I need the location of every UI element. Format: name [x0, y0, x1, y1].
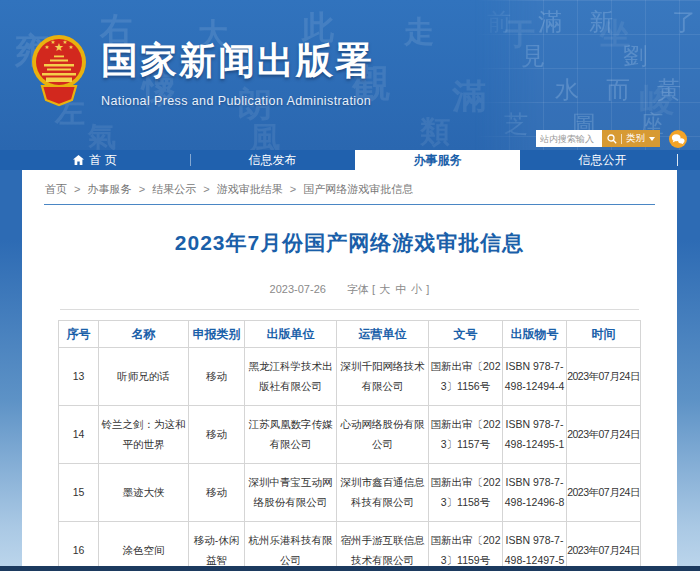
table-row: 15 墨迹大侠 移动 深圳中青宝互动网络股份有限公司 深圳市鑫百通信息科技有限公…: [59, 464, 641, 522]
search-icon: [607, 134, 617, 144]
home-icon: [73, 155, 84, 165]
cell-seq: 14: [59, 406, 99, 464]
seal-grid-decoration: 前見水新劉黃芝圖座而滿了: [475, 0, 700, 150]
brand: ★ ★ ★ ★ ★ 国家新闻出版署 National Press and Pub…: [30, 34, 374, 112]
cell-operator: 深圳市鑫百通信息科技有限公司: [337, 464, 429, 522]
cell-date: 2023年07月24日: [567, 464, 641, 522]
cell-category: 移动: [189, 406, 245, 464]
cell-doc-no: 国新出审〔2023〕1159号: [429, 522, 503, 567]
font-size-medium[interactable]: 中: [395, 283, 406, 295]
font-size-label: 字体: [347, 283, 369, 295]
watermark-character: 走: [404, 12, 434, 53]
font-size-small[interactable]: 小: [411, 283, 422, 295]
cell-date: 2023年07月24日: [567, 522, 641, 567]
cell-isbn: ISBN 978-7-498-12496-8: [503, 464, 567, 522]
breadcrumb-home[interactable]: 首页: [45, 183, 67, 195]
bracket-close: ]: [426, 283, 429, 295]
nav-home[interactable]: 首 页: [0, 150, 190, 170]
cell-isbn: ISBN 978-7-498-12495-1: [503, 406, 567, 464]
breadcrumb-separator: >: [290, 183, 296, 195]
watermark-character: 風: [250, 118, 280, 150]
watermark-character: 滿: [538, 6, 562, 38]
svg-text:★: ★: [45, 44, 50, 50]
cell-date: 2023年07月24日: [567, 348, 641, 406]
watermark-character: 類: [420, 112, 450, 150]
cell-category: 移动-休闲益智: [189, 522, 245, 567]
category-dropdown[interactable]: 类别: [626, 132, 645, 145]
table-top-divider: [60, 309, 639, 310]
cell-category: 移动: [189, 348, 245, 406]
breadcrumb-results[interactable]: 结果公示: [152, 183, 196, 195]
table-row: 14 铃兰之剑：为这和平的世界 移动 江苏凤凰数字传媒有限公司 心动网络股份有限…: [59, 406, 641, 464]
cell-isbn: ISBN 978-7-498-12494-4: [503, 348, 567, 406]
breadcrumb-separator: >: [74, 183, 80, 195]
cell-name: 墨迹大侠: [99, 464, 189, 522]
watermark-character: 黃: [657, 74, 681, 106]
cell-doc-no: 国新出审〔2023〕1157号: [429, 406, 503, 464]
breadcrumb-services[interactable]: 办事服务: [88, 183, 132, 195]
cell-doc-no: 国新出审〔2023〕1158号: [429, 464, 503, 522]
nav-info-disclosure[interactable]: 信息公开: [520, 150, 685, 170]
table-header-row: 序号 名称 申报类别 出版单位 运营单位 文号 出版物号 时间: [59, 321, 641, 348]
col-category: 申报类别: [189, 321, 245, 348]
nav-services[interactable]: 办事服务: [355, 150, 520, 170]
cell-seq: 13: [59, 348, 99, 406]
bracket-open: [: [372, 283, 375, 295]
content-panel: 首页 > 办事服务 > 结果公示 > 游戏审批结果 > 国产网络游戏审批信息 2…: [22, 170, 677, 566]
font-size-large[interactable]: 大: [379, 283, 390, 295]
cell-name: 涂色空间: [99, 522, 189, 567]
nav-home-label: 首 页: [89, 152, 116, 169]
breadcrumb-separator: >: [139, 183, 145, 195]
breadcrumb: 首页 > 办事服务 > 结果公示 > 游戏审批结果 > 国产网络游戏审批信息: [22, 170, 677, 204]
cell-publisher: 江苏凤凰数字传媒有限公司: [245, 406, 337, 464]
watermark-character: 劉: [623, 40, 647, 72]
search-button[interactable]: 类别: [602, 130, 660, 147]
col-name: 名称: [99, 321, 189, 348]
site-title-english: National Press and Publication Administr…: [101, 94, 374, 108]
main-nav: 首 页 信息发布 办事服务 信息公开: [0, 150, 700, 170]
watermark-character: 了: [672, 6, 696, 38]
divider: [621, 134, 622, 144]
breadcrumb-underline: [44, 204, 655, 205]
watermark-character: 而: [606, 74, 630, 106]
breadcrumb-separator: >: [203, 183, 209, 195]
brand-text: 国家新闻出版署 National Press and Publication A…: [101, 34, 374, 108]
nav-divider: [677, 154, 678, 166]
col-publisher: 出版单位: [245, 321, 337, 348]
cell-operator: 心动网络股份有限公司: [337, 406, 429, 464]
col-seq: 序号: [59, 321, 99, 348]
col-doc-no: 文号: [429, 321, 503, 348]
chevron-down-icon: [649, 137, 655, 141]
cell-doc-no: 国新出审〔2023〕1156号: [429, 348, 503, 406]
wechat-icon[interactable]: [669, 130, 687, 148]
cell-publisher: 杭州乐港科技有限公司: [245, 522, 337, 567]
watermark-character: 見: [521, 40, 545, 72]
table-row: 13 听师兄的话 移动 黑龙江科学技术出版社有限公司 深圳千阳网络技术有限公司 …: [59, 348, 641, 406]
col-date: 时间: [567, 321, 641, 348]
col-operator: 运营单位: [337, 321, 429, 348]
watermark-character: 芝: [504, 108, 528, 140]
cell-isbn: ISBN 978-7-498-12497-5: [503, 522, 567, 567]
watermark-character: 前: [487, 6, 511, 38]
cell-name: 听师兄的话: [99, 348, 189, 406]
approval-table: 序号 名称 申报类别 出版单位 运营单位 文号 出版物号 时间 13 听师兄的话…: [58, 320, 641, 566]
cell-date: 2023年07月24日: [567, 406, 641, 464]
table-row: 16 涂色空间 移动-休闲益智 杭州乐港科技有限公司 宿州手游互联信息技术有限公…: [59, 522, 641, 567]
cell-operator: 宿州手游互联信息技术有限公司: [337, 522, 429, 567]
svg-text:★: ★: [51, 39, 56, 45]
svg-text:★: ★: [63, 39, 68, 45]
cell-category: 移动: [189, 464, 245, 522]
cell-seq: 16: [59, 522, 99, 567]
breadcrumb-current-page: 国产网络游戏审批信息: [303, 183, 413, 195]
breadcrumb-game-approval[interactable]: 游戏审批结果: [217, 183, 283, 195]
search-area: 类别: [536, 130, 687, 147]
cell-name: 铃兰之剑：为这和平的世界: [99, 406, 189, 464]
watermark-character: 水: [555, 74, 579, 106]
watermark-character: 新: [589, 6, 613, 38]
nav-info-release[interactable]: 信息发布: [190, 150, 355, 170]
cell-publisher: 黑龙江科学技术出版社有限公司: [245, 348, 337, 406]
search-input[interactable]: [536, 130, 602, 147]
article-meta: 2023-07-26 字体 [ 大 中 小 ]: [22, 282, 677, 297]
site-header: 雍左右懷大朗此觀走滿于氣風類坐峻 前見水新劉黃芝圖座而滿了 ★ ★ ★ ★ ★ …: [0, 0, 700, 150]
publish-date: 2023-07-26: [270, 283, 326, 295]
